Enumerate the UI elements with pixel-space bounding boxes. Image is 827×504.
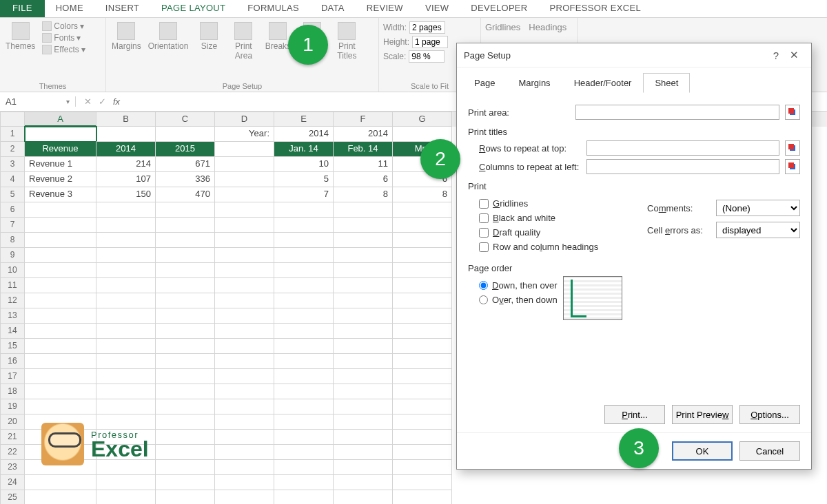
- cell[interactable]: [274, 460, 334, 475]
- cell[interactable]: [334, 414, 393, 430]
- cell[interactable]: [156, 414, 215, 430]
- tab-data[interactable]: DATA: [310, 0, 356, 17]
- cell[interactable]: [393, 202, 452, 218]
- tab-page-layout[interactable]: PAGE LAYOUT: [150, 0, 236, 17]
- ok-button[interactable]: OK: [672, 441, 733, 461]
- cell[interactable]: [215, 490, 274, 504]
- cell[interactable]: [274, 475, 334, 490]
- cell[interactable]: [96, 233, 156, 248]
- cell[interactable]: [156, 308, 215, 324]
- cell[interactable]: Revenue 3: [25, 187, 96, 202]
- row-header[interactable]: 24: [0, 475, 25, 490]
- row-header[interactable]: 21: [0, 430, 25, 445]
- print-titles-button[interactable]: Print Titles: [331, 19, 362, 63]
- cell[interactable]: 2015: [156, 142, 215, 157]
- cell[interactable]: 6: [334, 172, 393, 187]
- cell[interactable]: [215, 430, 274, 445]
- cell[interactable]: [96, 218, 156, 233]
- print-area-button[interactable]: Print Area: [228, 19, 258, 63]
- cell[interactable]: Jan. 14: [274, 142, 334, 157]
- cell[interactable]: [334, 263, 393, 278]
- dialog-tab-sheet[interactable]: Sheet: [643, 73, 690, 93]
- cell[interactable]: [25, 475, 96, 490]
- cell[interactable]: [334, 233, 393, 248]
- print-preview-button[interactable]: Print Preview: [672, 405, 733, 424]
- cell[interactable]: [96, 293, 156, 308]
- down-then-over-radio[interactable]: Down, then over: [479, 280, 558, 291]
- cell[interactable]: [393, 354, 452, 369]
- cell[interactable]: [96, 324, 156, 339]
- cell[interactable]: [156, 430, 215, 445]
- cell[interactable]: [334, 369, 393, 384]
- cell[interactable]: [25, 308, 96, 324]
- cell[interactable]: [215, 354, 274, 369]
- size-button[interactable]: Size: [194, 19, 224, 54]
- cancel-icon[interactable]: ✕: [84, 96, 92, 107]
- cell[interactable]: [215, 460, 274, 475]
- cell[interactable]: [215, 202, 274, 218]
- cell[interactable]: [25, 490, 96, 504]
- cell[interactable]: [393, 308, 452, 324]
- cell[interactable]: [334, 248, 393, 263]
- row-header[interactable]: 7: [0, 218, 25, 233]
- cell[interactable]: [96, 490, 156, 504]
- cell[interactable]: [215, 157, 274, 172]
- cell[interactable]: [156, 324, 215, 339]
- cell[interactable]: [215, 384, 274, 399]
- errors-select[interactable]: displayed: [716, 222, 800, 238]
- cell[interactable]: Revenue 2: [25, 172, 96, 187]
- cell[interactable]: [393, 278, 452, 293]
- cell[interactable]: [96, 248, 156, 263]
- cell[interactable]: [156, 339, 215, 354]
- over-then-down-radio[interactable]: Over, then down: [479, 295, 558, 305]
- row-header[interactable]: 19: [0, 399, 25, 414]
- cell[interactable]: [25, 339, 96, 354]
- dialog-tab-header-footer[interactable]: Header/Footer: [562, 73, 644, 93]
- dialog-tab-page[interactable]: Page: [462, 73, 507, 93]
- cell[interactable]: [334, 308, 393, 324]
- cell[interactable]: [274, 384, 334, 399]
- column-header-A[interactable]: A: [25, 112, 96, 127]
- fonts-button[interactable]: Fonts ▾: [41, 32, 86, 43]
- cell[interactable]: [393, 384, 452, 399]
- cell[interactable]: 10: [274, 157, 334, 172]
- cell[interactable]: 11: [334, 157, 393, 172]
- cell[interactable]: [96, 399, 156, 414]
- cell[interactable]: [156, 384, 215, 399]
- cell[interactable]: [215, 369, 274, 384]
- tab-developer[interactable]: DEVELOPER: [460, 0, 538, 17]
- cell[interactable]: [334, 384, 393, 399]
- cell[interactable]: Revenue 1: [25, 157, 96, 172]
- confirm-icon[interactable]: ✓: [99, 96, 106, 107]
- cell[interactable]: [156, 218, 215, 233]
- cell[interactable]: [393, 475, 452, 490]
- black-white-checkbox[interactable]: Black and white: [479, 213, 620, 223]
- cell[interactable]: [96, 202, 156, 218]
- cell[interactable]: [215, 475, 274, 490]
- row-header[interactable]: 25: [0, 490, 25, 504]
- cell[interactable]: [393, 445, 452, 460]
- cell[interactable]: [156, 263, 215, 278]
- options-button[interactable]: Options...: [739, 405, 800, 424]
- name-box[interactable]: A1▾: [0, 96, 76, 107]
- cell[interactable]: Feb. 14: [334, 142, 393, 157]
- cell[interactable]: [274, 202, 334, 218]
- cell[interactable]: [274, 308, 334, 324]
- tab-review[interactable]: REVIEW: [356, 0, 414, 17]
- cell[interactable]: [156, 460, 215, 475]
- effects-button[interactable]: Effects ▾: [41, 44, 86, 55]
- cell[interactable]: 150: [96, 187, 156, 202]
- cell[interactable]: 671: [156, 157, 215, 172]
- cell[interactable]: 8: [393, 187, 452, 202]
- cell[interactable]: 2014: [274, 127, 334, 142]
- cell[interactable]: [25, 293, 96, 308]
- cell[interactable]: 107: [96, 172, 156, 187]
- cell[interactable]: [393, 233, 452, 248]
- cell[interactable]: [274, 339, 334, 354]
- row-header[interactable]: 18: [0, 384, 25, 399]
- row-header[interactable]: 3: [0, 157, 25, 172]
- row-header[interactable]: 13: [0, 308, 25, 324]
- row-header[interactable]: 6: [0, 202, 25, 218]
- cell[interactable]: [96, 354, 156, 369]
- cell[interactable]: [334, 324, 393, 339]
